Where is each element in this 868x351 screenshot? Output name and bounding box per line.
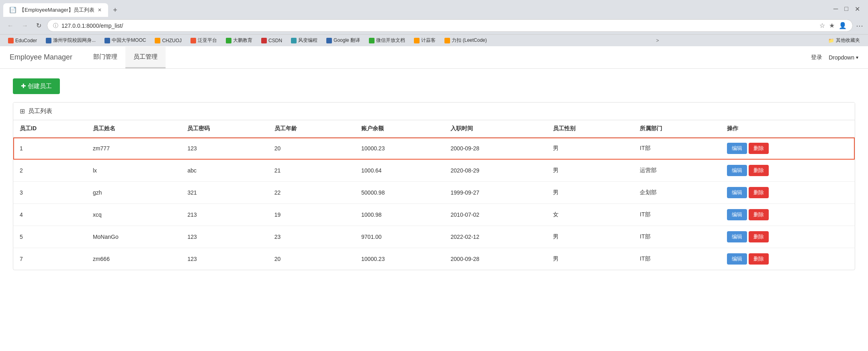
nav-right: 登录 Dropdown ▾ xyxy=(811,54,858,61)
maximize-button[interactable]: □ xyxy=(844,5,848,12)
col-join-date: 入职时间 xyxy=(444,120,547,138)
delete-button[interactable]: 删除 xyxy=(749,231,769,242)
delete-button[interactable]: 删除 xyxy=(749,253,769,265)
nav-item-dept[interactable]: 部门管理 xyxy=(85,47,125,68)
cell-5: 2020-08-29 xyxy=(444,160,547,182)
delete-button[interactable]: 删除 xyxy=(749,165,769,176)
dapeng-icon xyxy=(226,38,231,43)
cell-1: MoNanGo xyxy=(86,226,181,248)
bookmark-weixin[interactable]: 微信开放文档 xyxy=(366,36,408,45)
bookmark-google[interactable]: Google 翻译 xyxy=(323,36,363,45)
url-input[interactable] xyxy=(61,23,816,29)
bookmarks-bar: EduCoder 滁州学院校园网身... 中国大学MOOC CHZUOJ 泛亚平… xyxy=(0,34,868,46)
tab-close-button[interactable]: ✕ xyxy=(98,7,102,13)
col-age: 员工年龄 xyxy=(268,120,355,138)
bookmark-icon[interactable]: ★ xyxy=(829,22,835,29)
delete-button[interactable]: 删除 xyxy=(749,187,769,198)
table-grid-icon: ⊞ xyxy=(20,107,25,115)
cell-6: 男 xyxy=(547,160,633,182)
bookmark-taobo[interactable]: 泛亚平台 xyxy=(187,36,220,45)
close-window-button[interactable]: ✕ xyxy=(855,5,860,13)
bookmark-leet[interactable]: 力扣 (LeetCode) xyxy=(441,36,490,45)
cell-0: 3 xyxy=(13,182,86,204)
table-body: 1zm7771232010000.232000-09-28男IT部编辑删除2lx… xyxy=(13,138,855,270)
edit-button[interactable]: 编辑 xyxy=(727,187,747,198)
cell-actions: 编辑删除 xyxy=(721,204,855,226)
login-link[interactable]: 登录 xyxy=(811,54,822,61)
col-balance: 账户余额 xyxy=(355,120,444,138)
refresh-button[interactable]: ↻ xyxy=(34,20,44,31)
edit-button[interactable]: 编辑 xyxy=(727,253,747,265)
minimize-button[interactable]: ─ xyxy=(833,5,838,12)
delete-button[interactable]: 删除 xyxy=(749,209,769,220)
cell-2: 123 xyxy=(181,248,268,270)
chzuoj-icon xyxy=(155,38,160,43)
edit-button[interactable]: 编辑 xyxy=(727,231,747,242)
bookmark-mooc[interactable]: 中国大学MOOC xyxy=(101,36,149,45)
cell-4: 50000.98 xyxy=(355,182,444,204)
cell-1: zm666 xyxy=(86,248,181,270)
new-tab-button[interactable]: + xyxy=(110,4,121,16)
cell-actions: 编辑删除 xyxy=(721,182,855,204)
cell-2: 321 xyxy=(181,182,268,204)
cell-actions: 编辑删除 xyxy=(721,248,855,270)
bookmark-fengbian[interactable]: 风变编程 xyxy=(288,36,321,45)
bookmark-jicai[interactable]: 计蒜客 xyxy=(411,36,439,45)
other-bookmarks-label: 其他收藏夹 xyxy=(836,37,860,44)
more-bookmarks-chevron[interactable]: > xyxy=(656,38,659,43)
cell-0: 2 xyxy=(13,160,86,182)
cell-5: 2000-09-28 xyxy=(444,138,547,160)
bookmark-label: 大鹏教育 xyxy=(233,37,252,44)
tab-title: 【EmployeeManager】员工列表 xyxy=(19,6,94,14)
cell-7: IT部 xyxy=(633,138,720,160)
bookmark-chzuoj[interactable]: CHZUOJ xyxy=(151,37,185,44)
edit-button[interactable]: 编辑 xyxy=(727,209,747,220)
security-icon: ⓘ xyxy=(53,22,58,29)
bookmark-csdn[interactable]: CSDN xyxy=(258,37,285,44)
cell-7: IT部 xyxy=(633,248,720,270)
weixin-icon xyxy=(369,38,375,43)
cell-3: 23 xyxy=(268,226,355,248)
forward-button[interactable]: → xyxy=(19,21,31,31)
tab-favicon: 📄 xyxy=(10,7,16,13)
delete-button[interactable]: 删除 xyxy=(749,143,769,154)
cell-actions: 编辑删除 xyxy=(721,226,855,248)
edit-button[interactable]: 编辑 xyxy=(727,143,747,154)
chevron-down-icon: ▾ xyxy=(856,55,858,60)
tab-bar: 📄 【EmployeeManager】员工列表 ✕ + ─ □ ✕ xyxy=(0,0,868,17)
bookmark-dapeng[interactable]: 大鹏教育 xyxy=(223,36,256,45)
col-password: 员工密码 xyxy=(181,120,268,138)
cell-4: 1000.98 xyxy=(355,204,444,226)
edit-button[interactable]: 编辑 xyxy=(727,165,747,176)
educoder-icon xyxy=(8,38,14,43)
bookmark-educoder[interactable]: EduCoder xyxy=(5,37,40,44)
main-content: ✚ 创建员工 ⊞ 员工列表 员工ID 员工姓名 员工密码 员工年龄 账户余额 入… xyxy=(0,69,868,280)
nav-item-emp[interactable]: 员工管理 xyxy=(125,47,166,68)
profile-icon[interactable]: 👤 xyxy=(839,22,847,29)
create-employee-button[interactable]: ✚ 创建员工 xyxy=(13,78,60,94)
bookmark-chuzhou[interactable]: 滁州学院校园网身... xyxy=(43,36,99,45)
table-header-row: 员工ID 员工姓名 员工密码 员工年龄 账户余额 入职时间 员工性别 所属部门 … xyxy=(13,120,855,138)
address-bar-row: ← → ↻ ⓘ ☆ ★ 👤 ⋯ xyxy=(0,17,868,34)
table-head: 员工ID 员工姓名 员工密码 员工年龄 账户余额 入职时间 员工性别 所属部门 … xyxy=(13,120,855,138)
cell-1: gzh xyxy=(86,182,181,204)
cell-1: xcq xyxy=(86,204,181,226)
dropdown-button[interactable]: Dropdown ▾ xyxy=(829,54,858,61)
cell-6: 男 xyxy=(547,182,633,204)
bookmark-label: 中国大学MOOC xyxy=(112,37,146,44)
bookmark-label: 泛亚平台 xyxy=(198,37,217,44)
other-bookmarks-folder[interactable]: 📁 其他收藏夹 xyxy=(825,36,863,45)
employee-table-card: ⊞ 员工列表 员工ID 员工姓名 员工密码 员工年龄 账户余额 入职时间 员工性… xyxy=(13,102,855,270)
back-button[interactable]: ← xyxy=(5,21,16,31)
bookmark-label: CHZUOJ xyxy=(162,38,182,43)
chuzhou-icon xyxy=(46,38,51,43)
cell-6: 女 xyxy=(547,204,633,226)
cell-5: 2022-02-12 xyxy=(444,226,547,248)
taobo-icon xyxy=(190,38,196,43)
bookmark-label: 滁州学院校园网身... xyxy=(53,37,96,44)
browser-menu-button[interactable]: ⋯ xyxy=(856,21,863,30)
active-tab[interactable]: 📄 【EmployeeManager】员工列表 ✕ xyxy=(3,3,108,17)
cell-7: 企划部 xyxy=(633,182,720,204)
fengbian-icon xyxy=(291,38,297,43)
bookmark-star-icon[interactable]: ☆ xyxy=(819,22,825,29)
